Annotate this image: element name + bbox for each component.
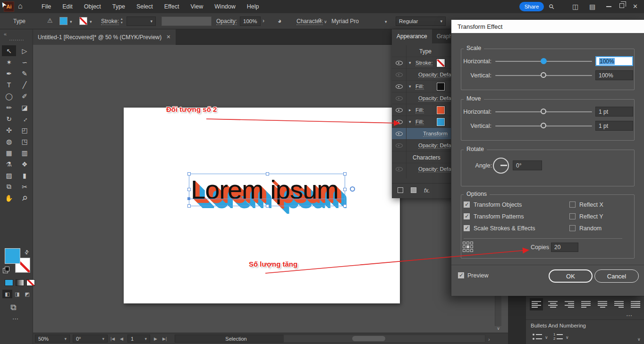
gradient-tool[interactable]: ▥ bbox=[17, 147, 32, 158]
pen-tool[interactable]: ✒ bbox=[2, 68, 16, 79]
align-right-button[interactable] bbox=[563, 298, 576, 310]
perspective-grid-tool[interactable]: ◳ bbox=[17, 136, 32, 147]
bullet-list-icon[interactable] bbox=[533, 333, 542, 340]
draw-normal-mode-button[interactable]: ◧ bbox=[2, 290, 12, 298]
new-fill-icon[interactable] bbox=[411, 187, 416, 193]
eraser-tool[interactable]: ◪ bbox=[17, 102, 32, 113]
visibility-eye-icon[interactable] bbox=[396, 143, 403, 148]
puppet-warp-tool[interactable]: ✣ bbox=[2, 125, 16, 135]
stroke-weight-label[interactable]: Stroke: bbox=[101, 18, 119, 25]
random-checkbox[interactable] bbox=[569, 225, 576, 231]
fill-proxy-swatch[interactable] bbox=[5, 248, 20, 264]
scale-vertical-slider[interactable] bbox=[495, 75, 592, 76]
stroke-stepper[interactable]: ▴▾ bbox=[121, 17, 123, 25]
slider-knob[interactable] bbox=[541, 123, 546, 128]
gradient-mode-button[interactable] bbox=[16, 279, 24, 286]
chevron-right-icon[interactable]: ▸ bbox=[409, 108, 411, 112]
menu-object[interactable]: Object bbox=[84, 3, 101, 10]
menu-window[interactable]: Window bbox=[214, 3, 235, 10]
zoom-tool[interactable]: ⚲ bbox=[17, 193, 32, 203]
opacity-field[interactable]: 100% bbox=[240, 17, 261, 26]
share-button[interactable]: Share bbox=[519, 2, 544, 11]
search-icon[interactable]: ⚲ bbox=[547, 2, 556, 11]
text-resize-handle[interactable] bbox=[350, 186, 355, 192]
ok-button[interactable]: OK bbox=[549, 269, 593, 283]
eyedropper-tool[interactable]: ⚗ bbox=[2, 159, 16, 169]
artboard-tool[interactable]: ⧉ bbox=[2, 181, 16, 192]
transform-objects-label[interactable]: Transform Objects bbox=[474, 201, 522, 208]
visibility-eye-icon[interactable] bbox=[396, 96, 403, 101]
edit-toolbar-icon[interactable]: ⋯ bbox=[12, 315, 19, 322]
move-horizontal-slider[interactable] bbox=[495, 111, 592, 112]
color-mode-button[interactable] bbox=[5, 279, 13, 286]
menu-edit[interactable]: Edit bbox=[62, 3, 73, 10]
next-artboard-icon[interactable]: ▶ bbox=[154, 336, 157, 341]
reflect-x-label[interactable]: Reflect X bbox=[579, 201, 603, 208]
previous-artboard-icon[interactable]: ◀ bbox=[120, 336, 123, 341]
new-stroke-icon[interactable] bbox=[398, 187, 403, 193]
home-icon[interactable]: ⌂ bbox=[18, 2, 23, 10]
reflect-y-label[interactable]: Reflect Y bbox=[579, 213, 603, 220]
slider-knob[interactable] bbox=[541, 58, 547, 64]
scale-horizontal-slider[interactable] bbox=[495, 61, 592, 62]
document-tab[interactable]: Untitled-1 [Recovered]* @ 50 % (CMYK/Pre… bbox=[33, 29, 176, 45]
selection-handle[interactable] bbox=[187, 172, 191, 176]
selection-handle[interactable] bbox=[187, 188, 191, 191]
chevron-down-icon[interactable]: ▾ bbox=[409, 84, 411, 89]
visibility-eye-icon[interactable] bbox=[396, 120, 403, 124]
reflect-x-checkbox[interactable] bbox=[569, 201, 576, 208]
angle-dial[interactable] bbox=[493, 158, 509, 174]
scale-vertical-field[interactable]: 100% bbox=[595, 70, 633, 80]
horizontal-scrollbar[interactable] bbox=[283, 335, 485, 343]
scroll-down-icon[interactable]: ∨ bbox=[495, 326, 501, 332]
numbered-list-icon[interactable]: 1 2 bbox=[553, 333, 563, 340]
bullet-list-chevron-icon[interactable]: ∨ bbox=[545, 335, 548, 340]
justify-center-button[interactable] bbox=[596, 298, 609, 310]
panel-grip[interactable] bbox=[9, 40, 24, 41]
free-transform-tool[interactable]: ◰ bbox=[17, 125, 32, 135]
rotation-dropdown[interactable]: 0°▾ bbox=[73, 335, 108, 343]
move-vertical-slider[interactable] bbox=[495, 126, 592, 126]
align-left-button[interactable] bbox=[530, 298, 543, 310]
stroke-color-swatch[interactable] bbox=[79, 17, 87, 25]
transform-objects-checkbox[interactable] bbox=[464, 201, 470, 208]
scale-tool[interactable]: ↔ bbox=[17, 113, 32, 124]
curvature-tool[interactable]: ✎ bbox=[17, 68, 32, 79]
pencil-tool[interactable]: ✏ bbox=[2, 102, 16, 113]
baseline-handle[interactable] bbox=[187, 197, 190, 200]
fill-black-swatch[interactable] bbox=[437, 83, 445, 91]
reflect-y-checkbox[interactable] bbox=[569, 213, 576, 219]
minimize-button[interactable] bbox=[606, 6, 611, 7]
visibility-eye-icon[interactable] bbox=[396, 73, 403, 77]
hand-tool[interactable]: ✋ bbox=[2, 193, 16, 203]
dialog-title-bar[interactable]: Transform Effect bbox=[451, 20, 644, 33]
chevron-down-icon[interactable]: ▾ bbox=[409, 60, 411, 65]
horizontal-scrollbar-thumb[interactable] bbox=[352, 336, 385, 341]
menu-view[interactable]: View bbox=[190, 3, 203, 10]
fill-color-swatch[interactable] bbox=[59, 17, 68, 25]
swap-fill-stroke-icon[interactable]: ⇄ bbox=[23, 249, 31, 256]
scroll-right-icon[interactable]: › bbox=[488, 336, 490, 342]
menu-file[interactable]: File bbox=[42, 3, 51, 10]
move-horizontal-field[interactable]: 1 pt bbox=[595, 107, 633, 117]
scale-strokes-checkbox[interactable] bbox=[464, 225, 470, 231]
fill-chevron-icon[interactable]: ▾ bbox=[70, 19, 72, 24]
new-effect-icon[interactable]: fx. bbox=[424, 187, 430, 194]
font-name-chevron-icon[interactable]: ▾ bbox=[385, 19, 387, 24]
preview-label[interactable]: Preview bbox=[467, 272, 488, 279]
justify-right-button[interactable] bbox=[612, 298, 626, 310]
numbered-list-chevron-icon[interactable]: ∨ bbox=[566, 335, 569, 340]
visibility-eye-icon[interactable] bbox=[396, 167, 403, 171]
selection-handle[interactable] bbox=[266, 172, 269, 176]
selection-handle[interactable] bbox=[266, 204, 269, 208]
draw-behind-mode-button[interactable]: ◨ bbox=[12, 290, 22, 298]
random-label[interactable]: Random bbox=[579, 225, 602, 232]
transform-patterns-label[interactable]: Transform Patterns bbox=[474, 213, 524, 220]
chevron-down-icon[interactable]: ▾ bbox=[409, 119, 411, 124]
recolor-artwork-icon[interactable]: ◕ bbox=[278, 17, 281, 25]
collapse-panel-icon[interactable]: « bbox=[4, 31, 7, 37]
selection-handle[interactable] bbox=[343, 188, 347, 191]
artboard-number-dropdown[interactable]: 1▾ bbox=[127, 335, 150, 343]
close-button[interactable]: ✕ bbox=[633, 3, 638, 10]
restore-button[interactable] bbox=[619, 3, 624, 8]
